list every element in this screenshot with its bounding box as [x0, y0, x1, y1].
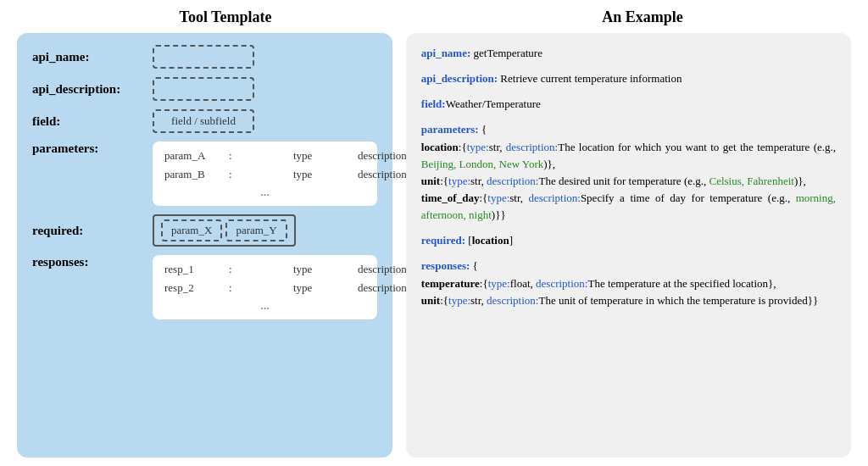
responses-row: responses: resp_1 : type description res… — [32, 255, 377, 319]
rp-parameters: parameters: { location:{type:str, descri… — [421, 121, 836, 224]
rp-unit-desc-key: description: — [487, 175, 538, 187]
rp-temp-bold: temperature — [421, 277, 480, 290]
responses-label: responses: — [32, 255, 142, 269]
rp-responses-header: responses: { — [421, 258, 836, 275]
rp-resp-unit-desc-val: The unit of temperature in which the tem… — [538, 294, 818, 307]
param-a-name: param_A — [164, 149, 215, 163]
rp-unit-type-key: type: — [448, 175, 470, 187]
responses-box: resp_1 : type description resp_2 : type … — [153, 255, 377, 319]
rp-field-val: Weather/Temperature — [446, 97, 541, 110]
rp-api-name-value: getTemperature — [474, 47, 542, 59]
resp-1-name: resp_1 — [164, 263, 215, 276]
rp-location-bold: location — [421, 141, 459, 153]
rp-unit-line: unit:{type:str, description:The desired … — [421, 173, 836, 190]
rp-api-name: api_name: getTemperature — [421, 45, 836, 62]
required-label: required: — [32, 224, 142, 238]
param-b-desc: description — [358, 168, 409, 181]
responses-ellipsis: ... — [164, 297, 365, 314]
rp-params-key: parameters: — [421, 123, 479, 136]
rp-required-key: required: — [421, 234, 465, 247]
param-a-desc: description — [358, 149, 409, 163]
rp-responses: responses: { temperature:{type:float, de… — [421, 258, 836, 308]
rp-location-desc-val: The location for which you want to get t… — [558, 141, 836, 153]
rp-location-desc-key: description: — [506, 141, 558, 153]
required-param-x: param_X — [161, 219, 222, 241]
resp-2-name: resp_2 — [164, 281, 215, 295]
rp-api-desc-key: api_description: — [421, 72, 498, 85]
rp-resp-unit-bold: unit — [421, 294, 440, 307]
rp-unit-brace: :{ — [440, 175, 448, 187]
param-a-type: type — [293, 149, 344, 163]
rp-resp-unit-brace: :{ — [440, 294, 448, 307]
left-panel: api_name: api_description: field: field … — [17, 33, 392, 458]
rp-location-line: location:{type:str, description:The loca… — [421, 139, 836, 173]
rp-location-cities: Beijing, London, New York — [421, 158, 543, 170]
rp-temp-desc-key: description: — [536, 277, 587, 290]
left-title: Tool Template — [38, 8, 414, 26]
rp-time-close: )} — [492, 208, 501, 221]
rp-resp-unit-type-val: str, — [470, 294, 487, 307]
rp-temp-line: temperature:{type:float, description:The… — [421, 275, 836, 292]
rp-time-line: time_of_day:{type:str, description:Speci… — [421, 190, 836, 224]
api-name-label: api_name: — [32, 50, 142, 64]
field-label: field: — [32, 114, 142, 129]
resp-1-sep: : — [229, 263, 280, 276]
rp-required: required: [location] — [421, 232, 836, 249]
resp-1-type: type — [293, 263, 344, 276]
rp-params-open: { — [481, 123, 487, 136]
rp-location-brace: :{ — [459, 141, 467, 153]
api-name-row: api_name: — [32, 45, 377, 69]
resp-2-sep: : — [229, 281, 280, 295]
required-row: required: param_X param_Y — [32, 214, 377, 247]
rp-temp-type-val: float, — [510, 277, 536, 290]
rp-resp-unit-line: unit:{type:str, description:The unit of … — [421, 292, 836, 309]
rp-resp-unit-type-key: type: — [448, 294, 470, 307]
rp-time-type-key: type: — [487, 191, 509, 204]
field-row: field: field / subfield — [32, 109, 377, 133]
resp-1-desc: description — [358, 263, 409, 276]
rp-api-desc: api_description: Retrieve current temper… — [421, 70, 836, 87]
rp-api-desc-value: Retrieve current temperature information — [500, 72, 682, 85]
rp-params-header: parameters: { — [421, 121, 836, 138]
rp-temp-desc-val: The temperature at the specified locatio… — [587, 277, 776, 290]
rp-time-bold: time_of_day — [421, 191, 480, 204]
parameters-row: parameters: param_A : type description p… — [32, 141, 377, 206]
required-box: param_X param_Y — [153, 214, 296, 247]
rp-unit-close: )}, — [794, 175, 806, 187]
rp-required-bracket-close: ] — [509, 234, 513, 247]
param-b-type: type — [293, 168, 344, 181]
param-b-row: param_B : type description — [164, 165, 365, 184]
api-desc-label: api_description: — [32, 82, 142, 97]
resp-2-desc: description — [358, 281, 409, 295]
param-b-sep: : — [229, 168, 280, 181]
rp-location-close: )}, — [543, 158, 555, 170]
rp-temp-brace: :{ — [480, 277, 488, 290]
api-desc-box — [153, 77, 254, 101]
rp-field: field:Weather/Temperature — [421, 96, 836, 113]
rp-time-brace: :{ — [479, 191, 487, 204]
param-b-name: param_B — [164, 168, 215, 181]
rp-field-key: field: — [421, 97, 446, 110]
rp-api-name-key: api_name: — [421, 47, 471, 59]
rp-required-val: location — [472, 234, 509, 247]
resp-1-row: resp_1 : type description — [164, 260, 365, 279]
params-box: param_A : type description param_B : typ… — [153, 141, 377, 206]
resp-2-type: type — [293, 281, 344, 295]
api-name-box — [153, 45, 254, 69]
parameters-label: parameters: — [32, 141, 142, 156]
field-box: field / subfield — [153, 109, 254, 133]
rp-location-type-val: str, — [489, 141, 506, 153]
right-panel: api_name: getTemperature api_description… — [406, 33, 851, 458]
param-a-sep: : — [229, 149, 280, 163]
rp-unit-bold: unit — [421, 175, 440, 187]
rp-unit-type-val: str, — [470, 175, 487, 187]
rp-responses-key: responses: — [421, 259, 470, 272]
param-a-row: param_A : type description — [164, 147, 365, 165]
rp-unit-desc-val: The desired unit for temperature (e.g., — [538, 175, 709, 187]
params-ellipsis: ... — [164, 184, 365, 201]
api-desc-row: api_description: — [32, 77, 377, 101]
rp-location-type-key: type: — [467, 141, 489, 153]
rp-unit-vals: Celsius, Fahrenheit — [709, 175, 794, 187]
rp-responses-open: { — [473, 259, 478, 272]
resp-2-row: resp_2 : type description — [164, 279, 365, 297]
